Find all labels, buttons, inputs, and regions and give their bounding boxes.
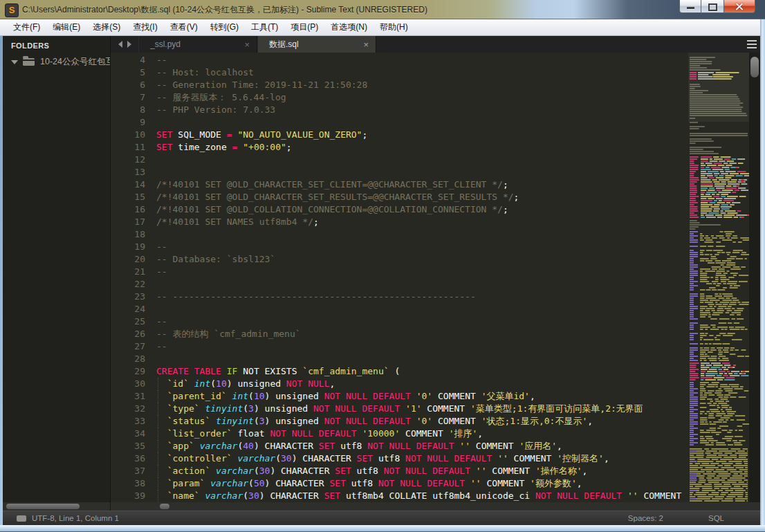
code-line[interactable]: 19-- (111, 241, 688, 253)
code-line[interactable]: 17/*!40101 SET NAMES utf8mb4 */; (111, 216, 688, 228)
code-line[interactable]: 23-- -----------------------------------… (111, 291, 688, 303)
editor-hscroll-thumb[interactable] (160, 504, 169, 509)
panel-toggle-icon[interactable] (17, 515, 26, 522)
minimap[interactable] (688, 53, 749, 502)
line-number[interactable]: 21 (111, 266, 151, 278)
line-number[interactable]: 7 (111, 91, 151, 104)
code-line[interactable]: 5-- Host: localhost (111, 66, 688, 79)
line-number[interactable]: 33 (111, 415, 151, 428)
line-number[interactable]: 5 (111, 66, 151, 79)
menu-item[interactable]: 项目(P) (284, 19, 324, 35)
line-number[interactable]: 29 (111, 365, 151, 378)
code-line[interactable]: 11SET time_zone = "+00:00"; (111, 141, 688, 154)
minimap-viewport[interactable] (688, 53, 749, 122)
code-line[interactable]: 12 (111, 154, 688, 166)
line-number[interactable]: 15 (111, 191, 151, 203)
code-line[interactable]: 22 (111, 278, 688, 291)
vertical-scrollbar[interactable] (749, 53, 760, 502)
line-number[interactable]: 12 (111, 154, 151, 166)
line-number[interactable]: 14 (111, 178, 151, 191)
line-number[interactable]: 35 (111, 440, 151, 452)
line-number[interactable]: 13 (111, 166, 151, 178)
code-line[interactable]: 33 `status` tinyint(3) unsigned NOT NULL… (111, 415, 688, 428)
line-number[interactable]: 25 (111, 315, 151, 328)
line-number[interactable]: 8 (111, 104, 151, 116)
line-number[interactable]: 17 (111, 216, 151, 228)
sidebar-hscroll-thumb[interactable] (6, 504, 80, 509)
code-line[interactable]: 32 `type` tinyint(3) unsigned NOT NULL D… (111, 403, 688, 415)
line-number[interactable]: 32 (111, 403, 151, 415)
code-line[interactable]: 34 `list_order` float NOT NULL DEFAULT '… (111, 428, 688, 440)
code-line[interactable]: 24 (111, 303, 688, 315)
line-number[interactable]: 24 (111, 303, 151, 315)
code-line[interactable]: 38 `param` varchar(50) CHARACTER SET utf… (111, 477, 688, 490)
menu-item[interactable]: 转到(G) (204, 19, 245, 35)
code-line[interactable]: 35 `app` varchar(40) CHARACTER SET utf8 … (111, 440, 688, 452)
menu-item[interactable]: 选择(S) (86, 19, 127, 35)
line-number[interactable]: 26 (111, 328, 151, 340)
menu-item[interactable]: 编辑(E) (46, 19, 86, 35)
tab-overflow-menu-icon[interactable] (747, 40, 757, 48)
line-number[interactable]: 6 (111, 79, 151, 91)
tab-close-icon[interactable]: × (240, 39, 250, 50)
code-line[interactable]: 37 `action` varchar(30) CHARACTER SET ut… (111, 465, 688, 477)
tab-_ssl.pyd[interactable]: _ssl.pyd× (138, 36, 257, 53)
menu-item[interactable]: 文件(F) (7, 19, 46, 35)
line-number[interactable]: 27 (111, 340, 151, 353)
line-number[interactable]: 4 (111, 54, 151, 66)
line-number[interactable]: 36 (111, 452, 151, 465)
code-line[interactable]: 15/*!40101 SET @OLD_CHARACTER_SET_RESULT… (111, 191, 688, 203)
minimize-button[interactable] (679, 0, 701, 13)
maximize-button[interactable] (701, 0, 723, 13)
line-number[interactable]: 16 (111, 203, 151, 216)
code-line[interactable]: 36 `controller` varchar(30) CHARACTER SE… (111, 452, 688, 465)
code-line[interactable]: 10SET SQL_MODE = "NO_AUTO_VALUE_ON_ZERO"… (111, 129, 688, 141)
code-line[interactable]: 27-- (111, 340, 688, 353)
title-bar[interactable]: S C:\Users\Administrator\Desktop\数据.sql … (0, 0, 765, 19)
code-line[interactable]: 14/*!40101 SET @OLD_CHARACTER_SET_CLIENT… (111, 178, 688, 191)
code-line[interactable]: 30 `id` int(10) unsigned NOT NULL, (111, 378, 688, 390)
tab-数据.sql[interactable]: 数据.sql× (257, 36, 376, 53)
menu-item[interactable]: 工具(T) (245, 19, 284, 35)
code-line[interactable]: 29CREATE TABLE IF NOT EXISTS `cmf_admin_… (111, 365, 688, 378)
code-line[interactable]: 9 (111, 116, 688, 129)
line-number[interactable]: 19 (111, 241, 151, 253)
line-number[interactable]: 31 (111, 390, 151, 403)
line-number[interactable]: 30 (111, 378, 151, 390)
close-button[interactable] (723, 0, 755, 13)
indentation-setting[interactable]: Spaces: 2 (628, 514, 663, 522)
disclosure-triangle-icon[interactable] (11, 60, 18, 64)
tab-close-icon[interactable]: × (359, 39, 369, 50)
code-line[interactable]: 21-- (111, 266, 688, 278)
code-line[interactable]: 20-- Database: `sbsl123` (111, 253, 688, 266)
code-line[interactable]: 28 (111, 353, 688, 365)
code-line[interactable]: 16/*!40101 SET @OLD_COLLATION_CONNECTION… (111, 203, 688, 216)
menu-item[interactable]: 查看(V) (164, 19, 204, 35)
sidebar-horizontal-scrollbar[interactable] (3, 502, 111, 511)
code-line[interactable]: 18 (111, 228, 688, 241)
menu-item[interactable]: 帮助(H) (374, 19, 414, 35)
menu-item[interactable]: 首选项(N) (324, 19, 374, 35)
syntax-setting[interactable]: SQL (708, 514, 724, 522)
tab-scroll-right-icon[interactable] (127, 41, 131, 48)
code-line[interactable]: 7-- 服务器版本： 5.6.44-log (111, 91, 688, 104)
code-line[interactable]: 8-- PHP Version: 7.0.33 (111, 104, 688, 116)
line-number[interactable]: 9 (111, 116, 151, 129)
line-number[interactable]: 18 (111, 228, 151, 241)
code-line[interactable]: 39 `name` varchar(30) CHARACTER SET utf8… (111, 490, 688, 502)
code-line[interactable]: 31 `parent_id` int(10) unsigned NOT NULL… (111, 390, 688, 403)
sidebar-item-folder[interactable]: 10-24公众号红包互换 (11, 56, 110, 68)
tab-scroll-left-icon[interactable] (118, 41, 122, 48)
line-number[interactable]: 22 (111, 278, 151, 291)
line-number[interactable]: 20 (111, 253, 151, 266)
line-number[interactable]: 38 (111, 477, 151, 490)
line-number[interactable]: 37 (111, 465, 151, 477)
line-number[interactable]: 10 (111, 129, 151, 141)
code-line[interactable]: 13 (111, 166, 688, 178)
vertical-scrollbar-thumb[interactable] (750, 57, 759, 77)
line-number[interactable]: 34 (111, 428, 151, 440)
code-line[interactable]: 25-- (111, 315, 688, 328)
code-line[interactable]: 4-- (111, 54, 688, 66)
menu-item[interactable]: 查找(I) (127, 19, 163, 35)
code-line[interactable]: 6-- Generation Time: 2019-11-21 21:50:28 (111, 79, 688, 91)
